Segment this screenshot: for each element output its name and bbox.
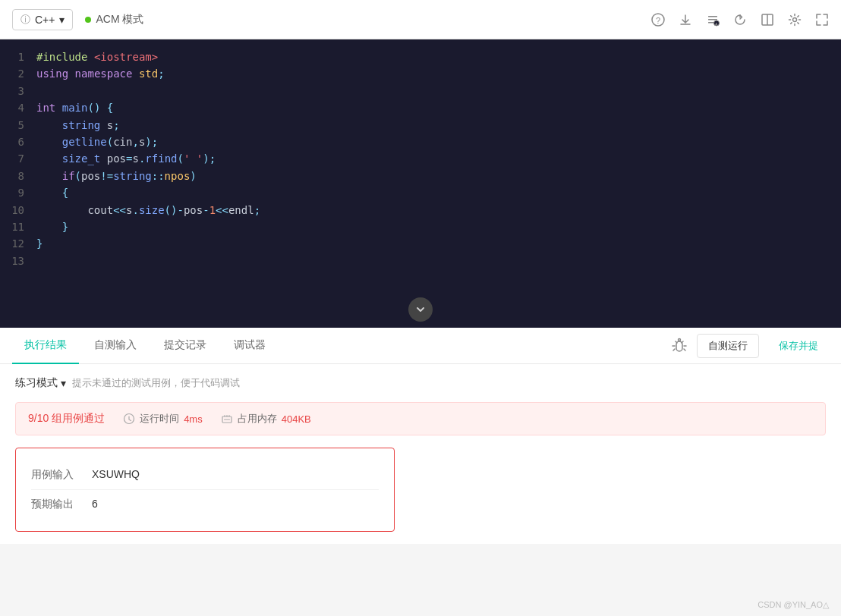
- line-content-11: }: [36, 218, 841, 235]
- svg-point-9: [793, 17, 797, 21]
- code-line-10: 10 cout<<s.size()-pos-1<<endl;: [0, 202, 841, 218]
- line-content-1: #include <iostream>: [36, 49, 841, 65]
- line-num-6: 6: [0, 134, 36, 150]
- editor-wrapper: ⋮ 1 #include <iostream> 2 using namespac…: [0, 39, 841, 328]
- language-selector[interactable]: ⓘ C++ ▾: [12, 9, 73, 30]
- line-content-10: cout<<s.size()-pos-1<<endl;: [36, 202, 841, 218]
- practice-mode-bar: 练习模式 ▾ 提示未通过的测试用例，便于代码调试: [15, 376, 826, 390]
- svg-text:?: ?: [656, 15, 660, 24]
- list-icon[interactable]: ▴: [706, 13, 720, 27]
- line-content-7: size_t pos=s.rfind(' ');: [36, 150, 841, 167]
- code-line-4: 4 int main() {: [0, 99, 841, 116]
- tab-history-label: 提交记录: [164, 338, 206, 352]
- test-case-box: 用例输入 XSUWHQ 预期输出 6: [15, 448, 395, 532]
- line-num-1: 1: [0, 49, 36, 65]
- code-line-7: 7 size_t pos=s.rfind(' ');: [0, 150, 841, 167]
- language-label: C++: [35, 14, 55, 26]
- code-line-13: 13: [0, 253, 841, 269]
- code-editor[interactable]: 1 #include <iostream> 2 using namespace …: [0, 39, 841, 328]
- chevron-down-icon: ▾: [59, 14, 65, 26]
- info-icon: ⓘ: [20, 13, 30, 27]
- practice-mode-toggle[interactable]: 练习模式 ▾: [15, 376, 66, 390]
- memory-icon: [221, 413, 233, 425]
- practice-mode-text: 练习模式: [15, 376, 58, 390]
- test-expected-label: 预期输出: [31, 498, 92, 511]
- tab-history[interactable]: 提交记录: [152, 328, 219, 364]
- line-num-7: 7: [0, 150, 36, 167]
- settings-icon[interactable]: [788, 13, 802, 27]
- acm-mode-indicator: ACM 模式: [85, 13, 143, 27]
- test-input-label: 用例输入: [31, 468, 92, 482]
- mem-metric: 占用内存 404KB: [221, 412, 311, 426]
- tab-input[interactable]: 自测输入: [82, 328, 149, 364]
- mem-label: 占用内存: [238, 412, 277, 426]
- help-icon[interactable]: ?: [651, 13, 665, 27]
- line-num-2: 2: [0, 65, 36, 82]
- line-num-10: 10: [0, 202, 36, 218]
- line-content-12: }: [36, 235, 841, 252]
- time-value: 4ms: [184, 413, 203, 425]
- line-content-6: getline(cin,s);: [36, 134, 841, 150]
- bottom-content: 练习模式 ▾ 提示未通过的测试用例，便于代码调试 9/10 组用例通过 运行时间…: [0, 364, 841, 544]
- code-line-9: 9 {: [0, 184, 841, 201]
- code-line-2: 2 using namespace std;: [0, 65, 841, 82]
- tab-actions: 自测运行 保存并提: [671, 334, 829, 358]
- test-input-value: XSUWHQ: [92, 468, 140, 480]
- line-num-5: 5: [0, 117, 36, 134]
- result-summary: 9/10 组用例通过 运行时间 4ms 占用内存 404KB: [15, 402, 826, 435]
- bottom-tabs: 执行结果 自测输入 提交记录 调试器 自测运行 保存并提: [0, 328, 841, 364]
- footer-credit: CSDN @YIN_AO△: [758, 600, 829, 610]
- line-content-9: {: [36, 184, 841, 201]
- acm-dot: [85, 17, 91, 23]
- refresh-icon[interactable]: [733, 13, 747, 27]
- tab-debugger[interactable]: 调试器: [222, 328, 278, 364]
- line-num-4: 4: [0, 99, 36, 116]
- svg-point-10: [679, 338, 681, 341]
- line-content-13: [36, 253, 841, 269]
- code-line-3: 3: [0, 83, 841, 99]
- line-num-12: 12: [0, 235, 36, 252]
- self-test-button[interactable]: 自测运行: [697, 334, 759, 358]
- layout-icon[interactable]: [761, 13, 774, 27]
- practice-mode-desc: 提示未通过的测试用例，便于代码调试: [72, 376, 240, 390]
- mem-value: 404KB: [282, 413, 311, 425]
- svg-rect-2: [708, 16, 717, 17]
- line-content-3: [36, 83, 841, 99]
- top-toolbar: ⓘ C++ ▾ ACM 模式 ? ▴: [0, 0, 841, 39]
- line-num-11: 11: [0, 218, 36, 235]
- code-line-12: 12 }: [0, 235, 841, 252]
- line-num-3: 3: [0, 83, 36, 99]
- line-content-5: string s;: [36, 117, 841, 134]
- line-content-4: int main() {: [36, 99, 841, 116]
- pass-count: 9/10 组用例通过: [28, 412, 105, 426]
- line-num-9: 9: [0, 184, 36, 201]
- code-line-5: 5 string s;: [0, 117, 841, 134]
- line-num-13: 13: [0, 253, 36, 269]
- code-line-6: 6 getline(cin,s);: [0, 134, 841, 150]
- line-content-8: if(pos!=string::npos): [36, 168, 841, 184]
- save-submit-button[interactable]: 保存并提: [768, 335, 829, 357]
- tab-result[interactable]: 执行结果: [12, 328, 79, 364]
- expand-icon[interactable]: [815, 13, 829, 27]
- scroll-down-button[interactable]: [408, 297, 433, 322]
- code-line-11: 11 }: [0, 218, 841, 235]
- code-line-8: 8 if(pos!=string::npos): [0, 168, 841, 184]
- acm-mode-label: ACM 模式: [96, 13, 143, 27]
- svg-text:▴: ▴: [715, 20, 718, 25]
- time-icon: [123, 413, 135, 425]
- test-case-input-row: 用例输入 XSUWHQ: [31, 460, 379, 489]
- line-num-8: 8: [0, 168, 36, 184]
- download-icon[interactable]: [679, 13, 692, 27]
- code-line-1: 1 #include <iostream>: [0, 49, 841, 65]
- line-content-2: using namespace std;: [36, 65, 841, 82]
- test-case-expected-row: 预期输出 6: [31, 489, 379, 519]
- tab-debugger-label: 调试器: [234, 338, 266, 352]
- test-expected-value: 6: [92, 498, 98, 510]
- time-metric: 运行时间 4ms: [123, 412, 203, 426]
- time-label: 运行时间: [140, 412, 179, 426]
- tab-input-label: 自测输入: [94, 338, 137, 352]
- debug-icon-button[interactable]: [671, 338, 688, 354]
- toolbar-icons: ? ▴: [651, 13, 829, 27]
- tab-result-label: 执行结果: [24, 338, 67, 352]
- practice-chevron-icon: ▾: [61, 377, 66, 389]
